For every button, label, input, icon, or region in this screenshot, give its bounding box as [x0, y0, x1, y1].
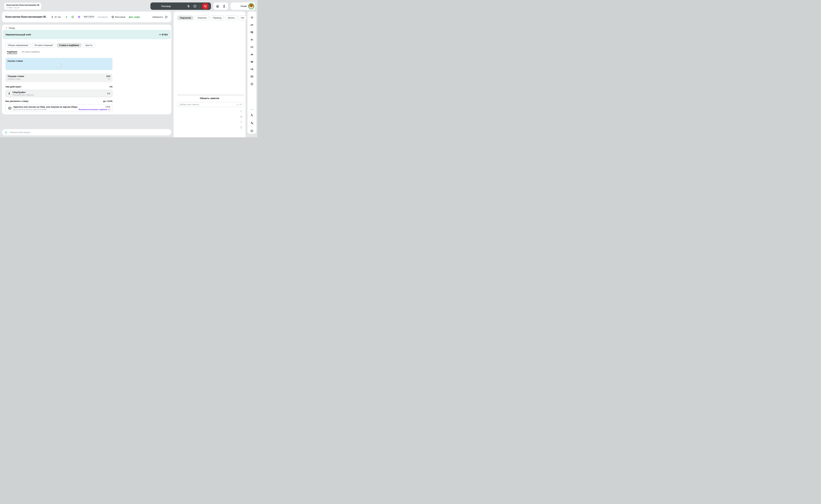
- summary-icon[interactable]: [250, 60, 254, 63]
- note-input[interactable]: [179, 103, 236, 106]
- increase-rate-heading: Как увеличить ставку до +2,5%: [5, 100, 112, 102]
- mutually-exclusive-label: Взаимоисключающие надбавки: [79, 108, 107, 110]
- condition-title: Зарплата или пенсия на Сбер, или покупки…: [13, 106, 77, 108]
- pin-icon[interactable]: [240, 121, 243, 124]
- client-age: 67 лет: [55, 16, 61, 18]
- chat-alert-icon[interactable]: [250, 129, 254, 133]
- client-name: Константин Константинович М.: [5, 15, 46, 18]
- segment-label: Массовый: [115, 16, 125, 18]
- agent-status-pill[interactable]: Готов: [231, 2, 255, 10]
- info-exclamation-icon: [108, 108, 110, 111]
- active-bonuses-total: 1%: [109, 85, 112, 88]
- assistant-tabs: Подсказки Тематика Перевод Звонок Чат: [177, 16, 247, 20]
- increase-rate-total: до +2,5%: [103, 100, 112, 102]
- loading-spinner: [56, 63, 63, 70]
- prime-value: 1%: [107, 92, 110, 95]
- logout-icon: [165, 15, 168, 19]
- tools-rail: [248, 11, 256, 134]
- mic-off-icon[interactable]: [187, 4, 190, 8]
- tab-arrests[interactable]: Аресты: [83, 43, 95, 48]
- salary-condition-card[interactable]: Зарплата или пенсия на Сбер, или покупки…: [5, 104, 112, 112]
- current-rate-card: Текущая ставка 11% Базовая ставка 9%: [5, 73, 112, 82]
- gift-icon[interactable]: [77, 15, 81, 19]
- base-rate-value: 9%: [108, 78, 110, 80]
- tab-chat[interactable]: Чат: [238, 16, 247, 20]
- profile-icon[interactable]: [222, 4, 226, 8]
- active-bonuses-title: Уже действуют: [5, 85, 21, 88]
- prime-flag-icon: [8, 92, 11, 95]
- current-rate-label: Текущая ставка: [8, 75, 24, 77]
- currency-c-icon[interactable]: [71, 15, 74, 19]
- question-input[interactable]: [9, 131, 169, 134]
- agent-avatar[interactable]: [248, 3, 254, 9]
- app-window: Константин Константинович М. +7 905 ••• …: [0, 0, 258, 137]
- mail-icon[interactable]: [250, 75, 254, 78]
- tab-hints[interactable]: Подсказки: [177, 16, 193, 20]
- sberprime-bonus-card[interactable]: СберПрайм+ Пока действует подписка 1%: [5, 90, 112, 97]
- line-type-label: Основная: [98, 16, 107, 18]
- call-control-pill: Разговор: [150, 2, 211, 10]
- segment-check-icon: [111, 15, 114, 18]
- person-age-icon: [51, 16, 54, 18]
- channel-link[interactable]: Веб СБОЛ: [84, 15, 94, 19]
- tab-operation-history[interactable]: История операций: [32, 43, 55, 48]
- call-pill-divider: [199, 4, 200, 8]
- tab-transfer[interactable]: Перевод: [211, 16, 224, 20]
- loyalty-flag-icon[interactable]: [65, 16, 68, 18]
- chat-script-icon[interactable]: [250, 31, 254, 34]
- rail-divider: [250, 109, 254, 110]
- person-x-icon[interactable]: [250, 114, 254, 117]
- workspace-nav-pill: [214, 2, 228, 10]
- current-rate-value: 11%: [106, 75, 110, 77]
- wallet-icon[interactable]: [250, 45, 254, 49]
- extra-info-link[interactable]: Доп. инфа: [129, 16, 140, 18]
- rate-analysis-card: Анализ ставки: [5, 58, 112, 70]
- rate-subtabs: Надбавки История надбавок: [7, 51, 40, 54]
- mutually-exclusive-link[interactable]: Взаимоисключающие надбавки: [79, 108, 110, 111]
- account-title: Накопительный счёт: [6, 33, 31, 36]
- candy-icon[interactable]: [250, 23, 254, 27]
- call-state-label: Разговор: [161, 5, 171, 8]
- notes-area-title: Область заметок: [173, 97, 246, 100]
- gauge-icon[interactable]: [250, 53, 254, 56]
- tab-topics[interactable]: Тематика: [195, 16, 209, 20]
- account-detail-panel: Назад Накопительный счёт •• 6784 Общая и…: [2, 25, 171, 114]
- subtab-bonuses[interactable]: Надбавки: [7, 51, 17, 54]
- speaker-icon[interactable]: [250, 38, 254, 41]
- tab-call[interactable]: Звонок: [225, 16, 237, 20]
- finish-label: Завершить: [152, 16, 163, 18]
- trash-icon[interactable]: [240, 126, 243, 129]
- chevron-left-icon: [5, 27, 8, 29]
- home-icon[interactable]: [216, 4, 220, 8]
- condition-value: 2,5%: [105, 105, 110, 108]
- back-label: Назад: [9, 27, 15, 29]
- client-chip-name: Константин Константинович М.: [6, 4, 39, 6]
- task-check-icon[interactable]: [250, 82, 254, 86]
- base-rate-label: Базовая ставка: [8, 78, 21, 80]
- hangup-button[interactable]: [202, 3, 209, 10]
- prime-title: СберПрайм+: [12, 91, 34, 94]
- client-chip-phone: +7 905 ••• 42-47: [6, 7, 39, 9]
- active-bonuses-heading: Уже действуют 1%: [5, 85, 112, 88]
- assistant-question-bar[interactable]: [2, 129, 171, 135]
- subtab-bonus-history[interactable]: История надбавок: [22, 51, 40, 54]
- increase-rate-title: Как увеличить ставку: [5, 100, 28, 102]
- hold-pause-icon[interactable]: [193, 4, 197, 8]
- account-title-band: Накопительный счёт •• 6784: [3, 30, 170, 39]
- tab-rate-and-bonuses[interactable]: Ставка и надбавки: [57, 43, 81, 48]
- account-tabs: Общая информация История операций Ставка…: [5, 43, 95, 48]
- tab-general-info[interactable]: Общая информация: [5, 43, 31, 48]
- incoming-client-chip[interactable]: Константин Константинович М. +7 905 ••• …: [4, 2, 42, 10]
- list-icon[interactable]: [250, 16, 254, 19]
- note-input-wrapper[interactable]: 0 / 30: [177, 102, 244, 107]
- person-search-icon[interactable]: [250, 121, 254, 125]
- prime-subtitle: Пока действует подписка: [12, 94, 34, 96]
- notes-divider: [177, 95, 244, 95]
- copy-icon[interactable]: [240, 115, 243, 118]
- finish-call-button[interactable]: Завершить: [152, 15, 168, 19]
- ai-search-icon: [4, 131, 8, 134]
- agent-status-label: Готов: [241, 5, 247, 7]
- back-button[interactable]: Назад: [5, 27, 15, 29]
- search-icon[interactable]: [240, 110, 243, 113]
- network-icon[interactable]: [250, 68, 254, 71]
